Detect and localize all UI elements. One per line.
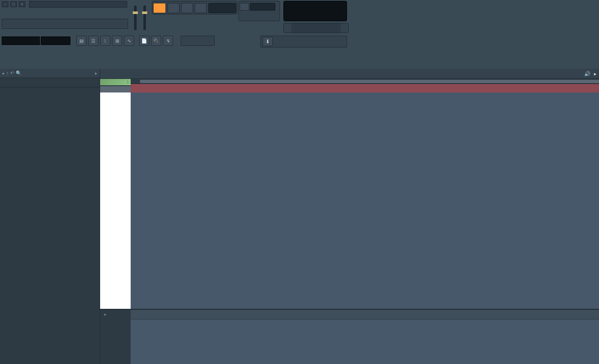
corner-play[interactable]: ⤵ bbox=[100, 79, 131, 86]
news-panel[interactable]: ⬇ bbox=[260, 36, 347, 48]
note-grid[interactable] bbox=[131, 92, 599, 309]
download-icon[interactable]: ⬇ bbox=[263, 37, 273, 46]
loop-button[interactable] bbox=[153, 3, 166, 13]
win-maximize[interactable]: □ bbox=[10, 1, 17, 7]
stop-button[interactable] bbox=[181, 3, 193, 13]
tempo-display[interactable] bbox=[208, 3, 236, 13]
pattern-add[interactable] bbox=[341, 23, 348, 33]
record-button[interactable] bbox=[195, 3, 207, 13]
view-mixer2-icon[interactable]: ∿ bbox=[124, 36, 134, 46]
piano-roll-title: 🔊 ▸ bbox=[584, 71, 596, 77]
pattern-play[interactable] bbox=[284, 23, 291, 33]
win-close[interactable]: × bbox=[19, 1, 25, 7]
snap-mode-select[interactable] bbox=[250, 3, 275, 11]
save-icon[interactable]: 🔌 bbox=[151, 36, 161, 46]
pattern-select[interactable] bbox=[291, 23, 341, 33]
time-display[interactable] bbox=[283, 1, 347, 21]
master-faders[interactable] bbox=[132, 2, 149, 32]
title-bar bbox=[29, 1, 127, 8]
output-meter bbox=[2, 36, 40, 45]
h-scrollbar[interactable] bbox=[131, 79, 599, 84]
piano-keys[interactable] bbox=[100, 92, 131, 309]
hint-bar bbox=[2, 19, 128, 29]
view-mixer-icon[interactable]: ⊞ bbox=[112, 36, 122, 46]
velocity-editor[interactable] bbox=[131, 310, 599, 364]
view-pianoroll-icon[interactable]: ☰ bbox=[88, 36, 98, 46]
win-minimize[interactable]: − bbox=[2, 1, 8, 7]
view-channel-icon[interactable]: ⫶ bbox=[100, 36, 110, 46]
view-playlist-icon[interactable]: ▤ bbox=[76, 36, 87, 46]
snap-magnet-icon[interactable] bbox=[240, 3, 249, 11]
output-meter-2 bbox=[41, 36, 70, 45]
timeline-ruler[interactable] bbox=[131, 84, 599, 92]
corner-spacer bbox=[100, 86, 131, 92]
cpu-meter bbox=[181, 36, 215, 46]
render-icon[interactable]: ↯ bbox=[163, 36, 173, 46]
play-button[interactable] bbox=[168, 3, 179, 13]
browser-header[interactable]: ▸↑ ↶🔍 ▸ bbox=[0, 69, 100, 78]
undo-icon[interactable]: 📄 bbox=[139, 36, 149, 46]
